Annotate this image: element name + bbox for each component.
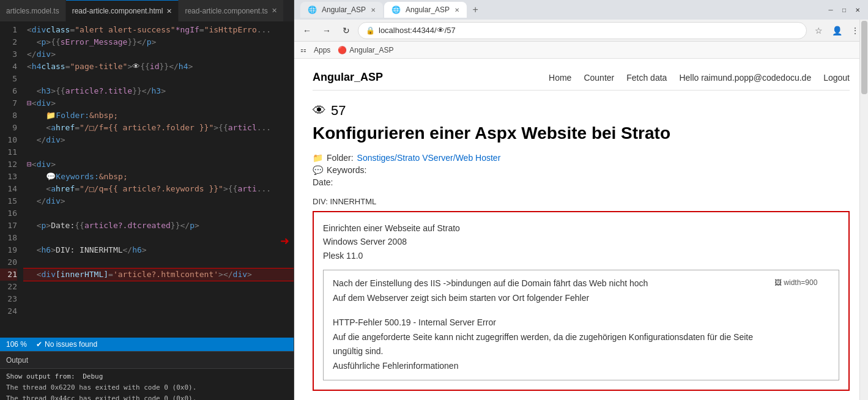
code-line-13: 💬 Keywords:&nbsp; xyxy=(23,171,294,183)
close-tab-icon[interactable]: ✕ xyxy=(166,7,172,15)
tab-read-article-html[interactable]: read-article.component.html ✕ xyxy=(66,0,179,21)
browser-tab-2[interactable]: 🌐 Angular_ASP ✕ xyxy=(384,2,467,18)
new-tab-button[interactable]: + xyxy=(468,2,483,17)
browser-panel: 🌐 Angular_ASP ✕ 🌐 Angular_ASP ✕ + ─ □ ✕ … xyxy=(294,0,868,400)
editor-tab-bar: articles.model.ts read-article.component… xyxy=(0,0,294,21)
browser-scrollbar[interactable] xyxy=(859,20,868,400)
code-content[interactable]: <div class="alert alert-success" *ngIf="… xyxy=(23,21,294,338)
issues-text: No issues found xyxy=(45,340,97,349)
code-line-9: <a href="/□/f={{ article?.folder }}">{{ … xyxy=(23,122,294,134)
innerhtml-box: Einrichten einer Webseite auf Strato Win… xyxy=(313,211,850,391)
div-innerhtml-label: DIV: INNERHTML xyxy=(313,197,850,206)
nav-logout[interactable]: Logout xyxy=(823,73,850,83)
arrow-annotation: ➜ xyxy=(280,234,289,248)
code-line-11 xyxy=(23,146,294,158)
forward-button[interactable]: → xyxy=(319,23,335,39)
site-nav-links: Home Counter Fetch data Hello raimund.po… xyxy=(549,73,850,83)
output-panel: Output Show output from: Debug The threa… xyxy=(0,351,294,400)
article-meta: 📁 Folder: Sonstiges/Strato VServer/Web H… xyxy=(313,153,850,187)
meta-date-row: Date: xyxy=(313,177,850,187)
maximize-button[interactable]: □ xyxy=(840,6,848,14)
eye-icon: 👁 xyxy=(313,103,326,119)
code-line-4: <h4 class="page-title">👁 {{ id }} </h4> xyxy=(23,61,294,73)
refresh-button[interactable]: ↻ xyxy=(338,23,354,39)
address-bar[interactable]: 🔒 localhost:44344/👁/57 xyxy=(358,22,807,39)
code-line-14: <a href="/□/q={{ article?.keywords }}">{… xyxy=(23,183,294,195)
code-line-10: </div> xyxy=(23,134,294,146)
back-button[interactable]: ← xyxy=(299,23,315,39)
output-line-2: The thread 0x44cc has exited with code 0… xyxy=(6,393,287,400)
bookmarks-bar: ⚏ Apps 🔴 Angular_ASP xyxy=(294,42,868,59)
nav-home[interactable]: Home xyxy=(549,73,571,83)
apps-icon: ⚏ xyxy=(300,46,306,54)
inner-sub-box: Nach der Einstellung des IIS ->bindungen… xyxy=(323,270,839,380)
browser-tab-favicon: 🌐 xyxy=(308,6,317,14)
code-line-19: <h6>DIV: INNERHTML</h6> xyxy=(23,244,294,256)
output-line-1: The thread 0x6220 has exited with code 0… xyxy=(6,382,287,393)
tab-label: articles.model.ts xyxy=(6,7,59,15)
address-text: localhost:44344/👁/57 xyxy=(379,26,456,35)
code-line-2: <p>{{ sError_Message }}</p> xyxy=(23,36,294,48)
tab-articles-model[interactable]: articles.model.ts xyxy=(0,0,66,21)
code-line-1: <div class="alert alert-success" *ngIf="… xyxy=(23,24,294,36)
output-header: Output xyxy=(0,352,294,369)
browser-tab-close-2[interactable]: ✕ xyxy=(454,7,459,13)
code-line-12: ⊟<div> xyxy=(23,158,294,171)
browser-tabs: 🌐 Angular_ASP ✕ 🌐 Angular_ASP ✕ + xyxy=(300,2,826,18)
browser-tab-1[interactable]: 🌐 Angular_ASP ✕ xyxy=(300,2,383,18)
scrollbar-thumb[interactable] xyxy=(861,21,867,94)
meta-keywords-row: 💬 Keywords: xyxy=(313,165,850,175)
status-bar: 106 % ✔ No issues found xyxy=(0,338,294,351)
output-content: Show output from: Debug The thread 0x622… xyxy=(0,369,294,400)
code-line-21: <div [innerHTML]='article?.htmlcontent'>… xyxy=(23,269,294,281)
img-icon: 🖼 xyxy=(774,278,782,287)
issues-icon: ✔ xyxy=(36,340,42,349)
article-title: Konfigurieren einer Aspx Website bei Str… xyxy=(313,124,850,143)
editor-body: 12345 678910 1112131415 1617181920 21 22… xyxy=(0,21,294,338)
bookmark-star-icon[interactable]: ☆ xyxy=(811,23,826,39)
profile-icon[interactable]: 👤 xyxy=(829,23,845,39)
date-label: Date: xyxy=(313,177,333,187)
article-views: 👁 57 xyxy=(313,103,850,119)
lock-icon: 🔒 xyxy=(366,26,375,35)
bookmark-angular-asp[interactable]: 🔴 Angular_ASP xyxy=(338,46,393,54)
nav-fetch-data[interactable]: Fetch data xyxy=(626,73,667,83)
content-line-3: Plesk 11.0 xyxy=(323,249,839,262)
toolbar-icons: ☆ 👤 ⋮ xyxy=(811,23,863,39)
folder-link[interactable]: Sonstiges/Strato VServer/Web Hoster xyxy=(357,153,501,163)
sub-line-6: Ausführliche Fehlerinformationen xyxy=(333,359,768,374)
code-line-6: <h3> {{ article?.title }} </h3> xyxy=(23,85,294,97)
code-line-23 xyxy=(23,293,294,305)
sub-line-4: HTTP-Fehler 500.19 - Internal Server Err… xyxy=(333,316,768,330)
zoom-level: 106 % xyxy=(6,340,27,349)
angular-favicon: 🔴 xyxy=(338,46,347,54)
bookmark-apps-label: Apps xyxy=(314,46,330,54)
close-button[interactable]: ✕ xyxy=(853,6,862,14)
nav-counter[interactable]: Counter xyxy=(584,73,614,83)
code-line-15: </div> xyxy=(23,195,294,207)
site-brand: Angular_ASP xyxy=(313,71,383,84)
editor-panel: articles.model.ts read-article.component… xyxy=(0,0,294,400)
browser-toolbar: ← → ↻ 🔒 localhost:44344/👁/57 ☆ 👤 ⋮ xyxy=(294,20,868,42)
img-placeholder: 🖼 width=900 xyxy=(774,276,829,374)
browser-tab-favicon-2: 🌐 xyxy=(391,6,401,14)
close-tab-icon[interactable]: ✕ xyxy=(272,7,277,15)
browser-tab-close-1[interactable]: ✕ xyxy=(371,7,376,13)
window-controls: ─ □ ✕ xyxy=(826,6,862,14)
code-line-5 xyxy=(23,73,294,85)
code-line-16 xyxy=(23,207,294,220)
keywords-label: Keywords: xyxy=(327,165,366,175)
browser-tab-label: Angular_ASP xyxy=(322,6,366,14)
sub-line-5: Auf die angeforderte Seite kann nicht zu… xyxy=(333,330,768,360)
tab-read-article-ts[interactable]: read-article.component.ts ✕ xyxy=(179,0,283,21)
minimize-button[interactable]: ─ xyxy=(826,6,835,14)
sub-line-2: Auf dem Webserver zeigt sich beim starte… xyxy=(333,291,768,306)
content-line-1: Einrichten einer Webseite auf Strato xyxy=(323,221,839,235)
code-line-7: ⊟<div> xyxy=(23,97,294,109)
tab-label: read-article.component.html xyxy=(72,7,163,15)
nav-user-info[interactable]: Hello raimund.popp@codedocu.de xyxy=(679,73,811,83)
sub-line-1: Nach der Einstellung des IIS ->bindungen… xyxy=(333,276,768,291)
code-line-3: </div> xyxy=(23,48,294,61)
bookmark-apps[interactable]: Apps xyxy=(314,46,330,54)
meta-folder-row: 📁 Folder: Sonstiges/Strato VServer/Web H… xyxy=(313,153,850,163)
